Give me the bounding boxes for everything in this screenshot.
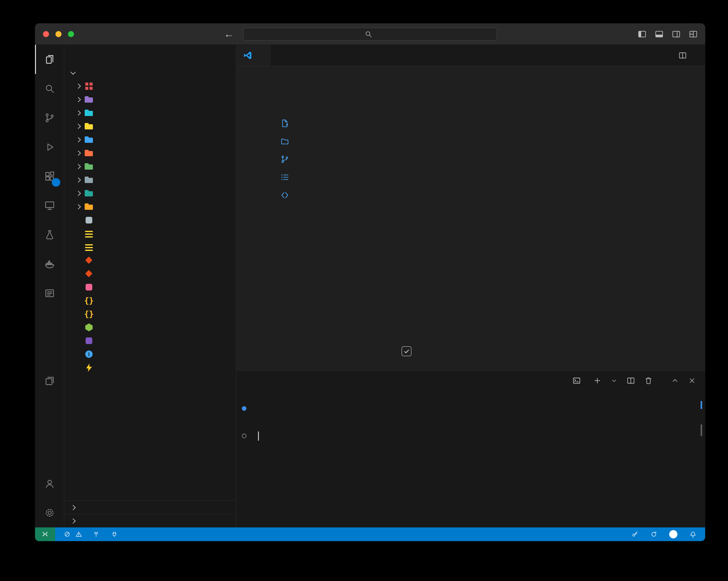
problems-status[interactable]	[64, 531, 84, 538]
tree-item-phpunit[interactable]	[64, 334, 236, 347]
tree-item-config[interactable]	[64, 106, 236, 120]
activity-remote-explorer[interactable]	[35, 191, 64, 220]
comate-status[interactable]	[669, 530, 680, 538]
activity-source-control[interactable]	[35, 103, 64, 132]
go-back-button[interactable]: ←	[224, 28, 234, 40]
tree-item-routes[interactable]	[64, 160, 236, 173]
minimize-window-button[interactable]	[55, 31, 61, 37]
new-file-link[interactable]	[280, 114, 295, 132]
activity-explorer[interactable]	[35, 45, 64, 74]
tree-item-database[interactable]	[64, 120, 236, 133]
chevron-up-icon[interactable]	[671, 377, 679, 385]
recent-item[interactable]	[484, 127, 491, 141]
recent-item[interactable]	[484, 185, 491, 200]
spell-status[interactable]	[650, 531, 660, 538]
tree-item-composer-lock[interactable]	[64, 307, 236, 321]
recent-item[interactable]	[484, 141, 491, 156]
tree-item-vendor[interactable]	[64, 200, 236, 213]
tab-welcome[interactable]	[236, 45, 270, 66]
recent-item[interactable]	[484, 156, 491, 171]
close-panel-icon[interactable]	[688, 377, 696, 385]
traffic-lights	[35, 31, 74, 37]
trash-icon[interactable]	[644, 376, 653, 385]
tree-item-bootstrap[interactable]	[64, 93, 236, 106]
tree-item-artisan[interactable]	[64, 281, 236, 294]
tree-item-env[interactable]	[64, 227, 236, 240]
activity-bar	[35, 45, 64, 527]
tree-item-gitignore[interactable]	[64, 267, 236, 281]
vscode-window: ← →	[35, 23, 705, 541]
recent-item[interactable]	[484, 112, 491, 127]
walkthrough-link[interactable]	[280, 168, 295, 186]
folder-storage-icon	[84, 175, 94, 185]
outline-section[interactable]	[64, 501, 236, 514]
zoom-window-button[interactable]	[68, 31, 74, 37]
activity-settings[interactable]	[35, 498, 64, 527]
folder-vendor-icon	[84, 202, 94, 212]
split-terminal-icon[interactable]	[627, 376, 635, 385]
node-package-icon	[84, 322, 94, 333]
recent-item[interactable]	[484, 229, 491, 244]
toggle-primary-sidebar-icon[interactable]	[638, 29, 647, 39]
split-editor-icon[interactable]	[678, 51, 687, 60]
activity-devdb[interactable]	[35, 279, 64, 308]
recent-item[interactable]	[484, 200, 491, 215]
tree-item-public[interactable]	[64, 133, 236, 147]
clone-repo-link[interactable]	[280, 150, 295, 168]
recent-more-link[interactable]	[484, 259, 491, 273]
checkmark-icon	[403, 348, 410, 355]
activity-run-debug[interactable]	[35, 132, 64, 162]
remote-indicator[interactable]	[35, 527, 55, 541]
terminal-prompt-line	[236, 429, 705, 443]
activity-codeium[interactable]	[35, 308, 64, 337]
new-terminal-icon[interactable]	[593, 376, 602, 385]
tree-item-package-json[interactable]	[64, 321, 236, 334]
activity-windows[interactable]	[35, 366, 64, 396]
toggle-panel-icon[interactable]	[655, 29, 664, 39]
activity-testing[interactable]	[35, 220, 64, 249]
toggle-secondary-sidebar-icon[interactable]	[672, 29, 681, 39]
tree-root[interactable]	[64, 66, 236, 79]
tree-item-vite-config[interactable]	[64, 361, 236, 374]
activity-more[interactable]	[35, 396, 64, 425]
activity-accounts[interactable]	[35, 469, 64, 498]
indent-spacer	[73, 269, 84, 279]
tree-item-storage[interactable]	[64, 173, 236, 187]
connect-status[interactable]	[111, 531, 121, 538]
editor-column	[236, 45, 705, 527]
terminal-scrollbar-thumb[interactable]	[701, 424, 702, 436]
ports-status[interactable]	[93, 531, 102, 538]
terminal-view[interactable]	[236, 391, 705, 527]
indent-spacer	[73, 309, 84, 319]
customize-layout-icon[interactable]	[689, 29, 698, 39]
tree-item-composer-json[interactable]	[64, 294, 236, 307]
tree-item-app[interactable]	[64, 79, 236, 93]
tree-item-env-example[interactable]	[64, 240, 236, 254]
open-link[interactable]	[280, 132, 295, 150]
activity-search[interactable]	[35, 74, 64, 103]
activity-extensions[interactable]	[35, 162, 64, 191]
command-center-search[interactable]	[243, 28, 497, 41]
tree-item-editorconfig[interactable]	[64, 213, 236, 227]
recent-item[interactable]	[484, 171, 491, 185]
activity-docker[interactable]	[35, 249, 64, 279]
tree-item-tests[interactable]	[64, 187, 236, 200]
show-welcome-checkbox[interactable]	[401, 346, 412, 356]
activity-snippets[interactable]	[35, 337, 64, 366]
terminal-scrollbar-mark[interactable]	[701, 401, 702, 409]
notifications-status[interactable]	[689, 531, 697, 538]
recent-item[interactable]	[484, 215, 491, 229]
tree-item-resources[interactable]	[64, 147, 236, 160]
chevron-right-icon	[73, 175, 84, 185]
recent-item[interactable]	[484, 244, 491, 259]
env-file-icon	[84, 228, 94, 239]
codeium-status[interactable]	[631, 531, 641, 538]
shell-selector[interactable]	[572, 376, 584, 385]
close-window-button[interactable]	[43, 31, 49, 37]
chevron-down-icon[interactable]	[611, 377, 618, 384]
timeline-section[interactable]	[64, 514, 236, 527]
connect-to-link[interactable]	[280, 186, 295, 204]
tree-item-readme[interactable]	[64, 347, 236, 361]
remote-connect-icon	[280, 191, 289, 200]
tree-item-gitattributes[interactable]	[64, 254, 236, 267]
